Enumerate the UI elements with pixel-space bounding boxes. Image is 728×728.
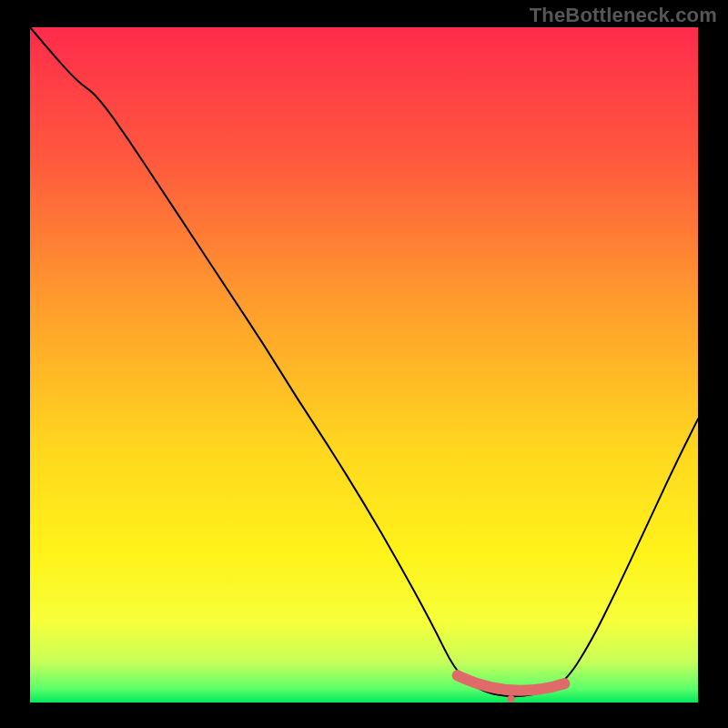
- plot-area: [30, 27, 698, 703]
- watermark-text: TheBottleneck.com: [530, 4, 717, 27]
- chart-svg: [0, 0, 728, 728]
- marker-dot-right: [559, 678, 570, 689]
- marker-dot-left: [452, 670, 463, 681]
- chart-frame: TheBottleneck.com: [0, 0, 728, 728]
- marker-dot-mid: [507, 695, 514, 703]
